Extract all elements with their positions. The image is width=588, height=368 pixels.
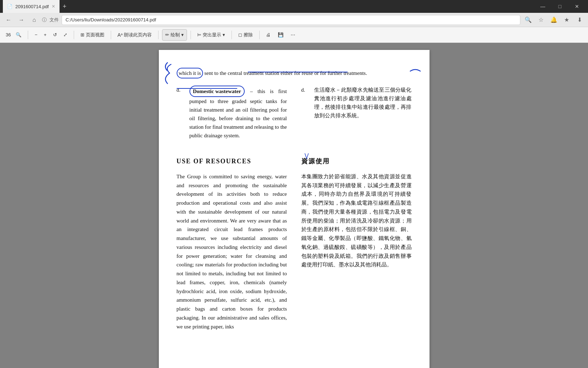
highlight-chevron-icon: ▾: [223, 32, 225, 37]
pencil-annotation: [233, 167, 240, 174]
window-controls: — □ ✕: [535, 0, 588, 13]
minimize-button[interactable]: —: [535, 0, 551, 13]
reset-button[interactable]: ↺: [50, 29, 60, 41]
separator-3: [111, 31, 111, 39]
top-line-annotation: [248, 68, 355, 76]
address-input[interactable]: [62, 15, 520, 25]
home-button[interactable]: ⌂: [29, 15, 39, 25]
zoom-controls: − + ↺ ⤢: [32, 29, 70, 41]
item-d-chi-row: d. 生活廢水－此類廢水先輸送至三個分級化糞池進行初步處理及濾油池進行濾油處理，…: [301, 86, 412, 120]
pdf-icon: 📄: [7, 4, 12, 9]
zoom-in-button[interactable]: +: [41, 29, 50, 41]
separator-1: [28, 31, 28, 39]
page-view-icon: ⊞: [80, 32, 84, 37]
tab-bar: 📄 2091600714.pdf ✕ +: [3, 0, 535, 13]
highlight-button[interactable]: ⊨ 突出显示 ▾: [194, 29, 228, 41]
section-heading-row: USE OF RESOURCES 資源使用: [177, 145, 412, 172]
search-tool-icon: 🔍: [16, 32, 21, 37]
domestic-wastewater-circled: Domestic wastewater: [189, 88, 250, 94]
item-d-chi-content: 生活廢水－此類廢水先輸送至三個分級化糞池進行初步處理及濾油池進行濾油處理，然後排…: [314, 86, 412, 120]
page-controls: 36 🔍: [4, 29, 24, 41]
content-area: which it is sent to the central treatmen…: [177, 64, 412, 331]
file-label: 文件: [50, 17, 59, 23]
right-mark-annotation: [408, 66, 422, 77]
more-icon: ⋯: [291, 32, 295, 37]
title-bar: 📄 2091600714.pdf ✕ + — □ ✕: [0, 0, 588, 13]
save-button[interactable]: 💾: [275, 29, 286, 41]
which-it-is-circled: which it is: [177, 70, 204, 76]
draw-chevron-icon: ▾: [181, 32, 184, 37]
read-aloud-label: 朗读此页内容: [124, 32, 152, 38]
main-content: which it is sent to the central treatmen…: [0, 43, 588, 368]
erase-button[interactable]: ◻ 擦除: [235, 29, 256, 41]
body-english-text: The Group is committed to saving energy,…: [177, 172, 287, 331]
section-heading-chinese: 資源使用: [301, 156, 412, 167]
close-window-button[interactable]: ✕: [569, 0, 585, 13]
section-heading-english: USE OF RESOURCES: [177, 156, 287, 167]
draw-icon: ✏: [165, 32, 169, 37]
favorites-icon[interactable]: ★: [562, 15, 572, 25]
section-heading-chinese-col: 資源使用: [301, 145, 412, 172]
separator-4: [158, 31, 158, 39]
star-icon[interactable]: ☆: [536, 15, 546, 25]
highlight-label: 突出显示: [203, 32, 221, 38]
body-chinese-text: 本集團致力於節省能源、水及其他資源並促進其各項業務的可持續發展，以減少生產及營運…: [301, 172, 412, 269]
read-aloud-icon: Aᵃ: [118, 32, 123, 38]
save-icon: 💾: [278, 32, 283, 37]
back-button[interactable]: ←: [4, 15, 14, 25]
body-chinese-col: 本集團致力於節省能源、水及其他資源並促進其各項業務的可持續發展，以減少生產及營運…: [301, 172, 412, 331]
separator-2: [74, 31, 74, 39]
page-view-button[interactable]: ⊞ 页面视图: [78, 29, 107, 41]
item-d-chi-label: d.: [301, 86, 308, 120]
print-button[interactable]: 🖨: [263, 29, 274, 41]
separator-5: [191, 31, 191, 39]
body-section: The Group is committed to saving energy,…: [177, 172, 412, 331]
item-d-english: d. Domestic wastewater – this is first p…: [177, 86, 287, 145]
address-icons: 🔍 ☆ 🔔 ★ ⬇: [523, 15, 584, 25]
more-options-button[interactable]: ⋯: [288, 29, 298, 41]
pdf-page: which it is sent to the central treatmen…: [159, 50, 430, 368]
tab-title: 2091600714.pdf: [15, 4, 49, 9]
download-icon[interactable]: ⬇: [574, 15, 584, 25]
search-tool-button[interactable]: 🔍: [13, 29, 24, 41]
item-d-chinese: d. 生活廢水－此類廢水先輸送至三個分級化糞池進行初步處理及濾油池進行濾油處理，…: [301, 86, 412, 145]
page-number: 36: [4, 32, 12, 37]
new-tab-button[interactable]: +: [60, 3, 69, 10]
section-heading-english-col: USE OF RESOURCES: [177, 145, 287, 172]
read-aloud-button[interactable]: Aᵃ 朗读此页内容: [115, 29, 155, 41]
highlight-icon: ⊨: [197, 32, 201, 37]
zoom-out-button[interactable]: −: [32, 29, 40, 41]
search-icon[interactable]: 🔍: [523, 15, 533, 25]
item-d-label: d.: [177, 86, 184, 140]
item-d-section: d. Domestic wastewater – this is first p…: [177, 86, 412, 145]
page-view-label: 页面视图: [86, 32, 104, 38]
info-icon: ⓘ: [42, 17, 47, 23]
draw-button[interactable]: ✏ 绘制 ▾: [162, 29, 187, 41]
erase-label: 擦除: [244, 32, 253, 38]
separator-7: [259, 31, 260, 39]
maximize-button[interactable]: □: [552, 0, 568, 13]
toolbar: 36 🔍 − + ↺ ⤢ ⊞ 页面视图 Aᵃ 朗读此页内容 ✏ 绘制 ▾ ⊨ 突…: [0, 27, 588, 43]
circled-text: which it is: [177, 68, 203, 78]
body-english-col: The Group is committed to saving energy,…: [177, 172, 287, 331]
draw-label: 绘制: [171, 32, 180, 38]
separator-6: [231, 31, 232, 39]
pdf-tab[interactable]: 📄 2091600714.pdf ✕: [3, 0, 60, 13]
tab-close-button[interactable]: ✕: [52, 4, 55, 9]
item-d-chinese-text: 生活廢水－此類廢水先輸送至三個分級化糞池進行初步處理及濾油池進行濾油處理，然後排…: [314, 87, 412, 118]
erase-icon: ◻: [238, 32, 242, 37]
forward-button[interactable]: →: [16, 15, 26, 25]
domestic-wastewater-circle: Domestic wastewater: [189, 86, 245, 97]
domestic-wastewater-text: Domestic wastewater: [193, 88, 241, 94]
notification-icon[interactable]: 🔔: [549, 15, 559, 25]
item-d-row: d. Domestic wastewater – this is first p…: [177, 86, 287, 140]
print-icon: 🖨: [266, 32, 271, 37]
expand-button[interactable]: ⤢: [61, 29, 70, 41]
address-bar: ← → ⌂ ⓘ 文件 🔍 ☆ 🔔 ★ ⬇: [0, 13, 588, 27]
item-d-content: Domestic wastewater – this is first pump…: [189, 86, 287, 140]
intro-paragraph: which it is sent to the central treatmen…: [177, 64, 412, 78]
